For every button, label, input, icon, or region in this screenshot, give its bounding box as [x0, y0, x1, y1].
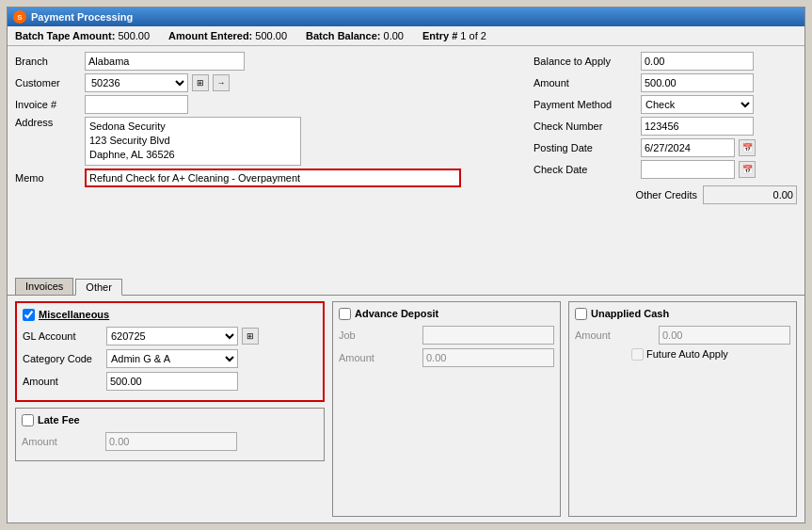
misc-amount-label: Amount: [23, 376, 103, 387]
check-number-label: Check Number: [533, 120, 637, 132]
main-content: Branch Customer 50236 ⊞ → Invoice # Addr…: [8, 46, 804, 274]
misc-amount-row: Amount: [23, 372, 317, 391]
window-title: Payment Processing: [31, 11, 133, 23]
advance-deposit-header: Advance Deposit: [339, 308, 554, 320]
posting-date-input[interactable]: [641, 138, 735, 157]
title-bar: S Payment Processing: [8, 8, 804, 26]
branch-label: Branch: [15, 56, 81, 67]
unapplied-amount-row: Amount: [575, 326, 790, 345]
payment-method-row: Payment Method Check Cash Credit Card AC…: [533, 95, 797, 114]
customer-arrow-btn[interactable]: →: [213, 74, 230, 91]
gl-account-select[interactable]: 620725 620726 620700: [106, 327, 238, 345]
balance-label: Balance to Apply: [533, 56, 637, 67]
address-label: Address: [15, 117, 81, 128]
advance-job-input: [422, 326, 554, 345]
address-line-1: Sedona Security: [89, 120, 296, 134]
bottom-left: Miscellaneous GL Account 620725 620726 6…: [15, 301, 325, 518]
invoice-row: Invoice #: [15, 95, 526, 114]
branch-row: Branch: [15, 52, 526, 71]
branch-input[interactable]: [85, 52, 245, 71]
memo-input[interactable]: [85, 169, 461, 187]
late-fee-amount-label: Amount: [22, 436, 102, 447]
entry-label: Entry #: [422, 30, 457, 41]
advance-job-label: Job: [339, 329, 419, 341]
other-credits-row: Other Credits: [533, 185, 797, 204]
late-fee-amount-row: Amount: [22, 432, 318, 451]
batch-balance-label: Batch Balance:: [306, 30, 380, 41]
late-fee-amount-input: [105, 432, 237, 451]
batch-tape-value: 500.00: [118, 30, 150, 41]
unapplied-cash-title: Unapplied Cash: [591, 308, 669, 319]
misc-amount-input[interactable]: [106, 372, 238, 391]
late-fee-panel: Late Fee Amount: [15, 408, 325, 461]
invoice-label: Invoice #: [15, 99, 81, 110]
other-credits-label: Other Credits: [636, 189, 697, 201]
tab-invoices[interactable]: Invoices: [15, 278, 73, 295]
advance-job-row: Job: [339, 326, 554, 345]
check-date-calendar-btn[interactable]: 📅: [739, 161, 756, 178]
misc-header: Miscellaneous: [23, 309, 317, 321]
batch-bar: Batch Tape Amount: 500.00 Amount Entered…: [8, 26, 804, 46]
posting-date-label: Posting Date: [533, 142, 637, 153]
gl-lookup-btn[interactable]: ⊞: [242, 328, 259, 345]
memo-label: Memo: [15, 172, 81, 184]
balance-input[interactable]: [641, 52, 754, 71]
check-date-label: Check Date: [533, 164, 637, 175]
gl-account-label: GL Account: [23, 330, 103, 342]
address-row: Address Sedona Security 123 Security Blv…: [15, 117, 526, 166]
advance-deposit-title: Advance Deposit: [355, 308, 438, 319]
posting-date-row: Posting Date 📅: [533, 138, 797, 157]
check-number-input[interactable]: [641, 117, 754, 136]
amount-label: Amount: [533, 77, 637, 88]
advance-amount-row: Amount: [339, 348, 554, 367]
future-auto-apply-row: Future Auto Apply: [575, 348, 790, 361]
category-code-row: Category Code Admin G & A Operations Sal…: [23, 349, 317, 368]
amount-entered-value: 500.00: [255, 30, 287, 41]
check-date-input[interactable]: [641, 160, 735, 179]
batch-balance-value: 0.00: [384, 30, 404, 41]
category-code-select[interactable]: Admin G & A Operations Sales: [106, 349, 238, 368]
bottom-right: Advance Deposit Job Amount Unapplied Cas…: [332, 301, 797, 518]
tab-other[interactable]: Other: [75, 279, 122, 296]
customer-select[interactable]: 50236: [85, 73, 188, 92]
amount-row: Amount: [533, 73, 797, 92]
unapplied-amount-input: [659, 326, 790, 345]
app-icon: S: [13, 10, 26, 24]
customer-label: Customer: [15, 77, 81, 88]
balance-row: Balance to Apply: [533, 52, 797, 71]
left-panel: Branch Customer 50236 ⊞ → Invoice # Addr…: [15, 52, 526, 268]
address-line-2: 123 Security Blvd: [89, 134, 296, 148]
unapplied-cash-panel: Unapplied Cash Amount Future Auto Apply: [568, 301, 797, 518]
unapplied-amount-label: Amount: [575, 329, 655, 341]
payment-method-select[interactable]: Check Cash Credit Card ACH: [641, 95, 754, 114]
amount-input[interactable]: [641, 73, 754, 92]
bottom-section: Miscellaneous GL Account 620725 620726 6…: [8, 295, 804, 523]
right-panel: Balance to Apply Amount Payment Method C…: [533, 52, 797, 268]
advance-amount-input: [422, 348, 554, 367]
misc-checkbox[interactable]: [23, 309, 35, 321]
batch-tape-label: Batch Tape Amount:: [15, 30, 115, 41]
unapplied-cash-header: Unapplied Cash: [575, 308, 790, 320]
late-fee-checkbox[interactable]: [22, 414, 34, 426]
future-auto-apply-label: Future Auto Apply: [646, 348, 728, 360]
check-number-row: Check Number: [533, 117, 797, 136]
entry-value: 1 of 2: [460, 30, 486, 41]
advance-deposit-checkbox[interactable]: [339, 308, 351, 320]
unapplied-cash-checkbox[interactable]: [575, 308, 587, 320]
check-date-row: Check Date 📅: [533, 160, 797, 179]
customer-row: Customer 50236 ⊞ →: [15, 73, 526, 92]
customer-lookup-btn[interactable]: ⊞: [192, 74, 209, 91]
payment-method-label: Payment Method: [533, 99, 637, 110]
invoice-input[interactable]: [85, 95, 188, 114]
posting-date-calendar-btn[interactable]: 📅: [739, 139, 756, 156]
future-auto-apply-checkbox: [631, 348, 644, 361]
other-credits-input[interactable]: [703, 185, 797, 204]
late-fee-header: Late Fee: [22, 414, 318, 426]
misc-title: Miscellaneous: [39, 309, 109, 320]
advance-amount-label: Amount: [339, 352, 419, 363]
memo-row: Memo: [15, 169, 526, 187]
tabs-area: Invoices Other: [8, 274, 804, 295]
advance-deposit-panel: Advance Deposit Job Amount: [332, 301, 561, 518]
gl-account-row: GL Account 620725 620726 620700 ⊞: [23, 327, 317, 345]
main-window: S Payment Processing Batch Tape Amount: …: [7, 7, 805, 523]
